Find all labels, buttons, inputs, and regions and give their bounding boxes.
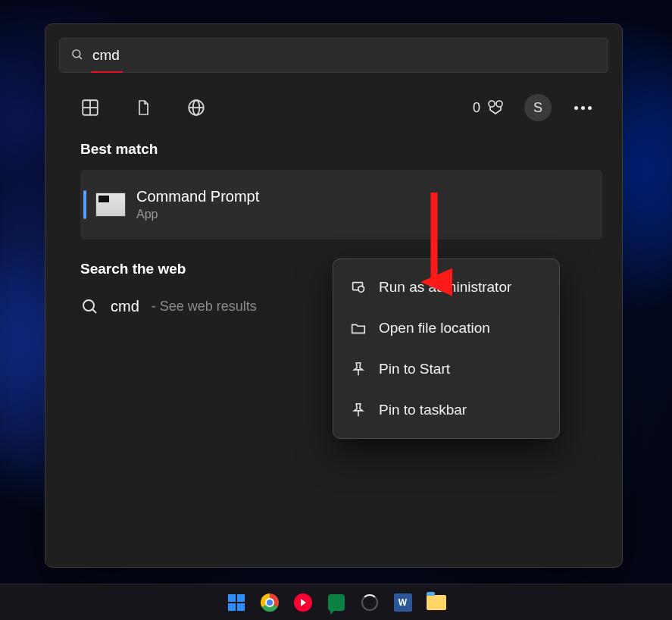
taskbar-chrome[interactable] [258, 591, 281, 614]
web-filter-icon[interactable] [186, 98, 206, 117]
search-icon [70, 48, 83, 64]
ctx-pin-to-start[interactable]: Pin to Start [333, 349, 559, 390]
selection-accent [83, 190, 86, 219]
web-result-query: cmd [111, 298, 139, 315]
rewards-icon [486, 99, 505, 117]
svg-line-11 [93, 310, 97, 314]
windows-logo-icon [228, 594, 245, 611]
svg-point-0 [73, 49, 80, 57]
result-title: Command Prompt [136, 188, 259, 205]
taskbar-youtube-music[interactable] [292, 591, 314, 614]
points-value: 0 [473, 100, 480, 116]
taskbar-loading-app[interactable] [358, 591, 381, 614]
search-icon [80, 297, 98, 315]
search-input[interactable] [92, 47, 597, 64]
start-search-panel: 0 S Best match Command Prompt App Search… [45, 23, 623, 568]
folder-icon [427, 595, 446, 610]
svg-point-9 [496, 101, 502, 107]
web-result-hint: - See web results [152, 299, 257, 315]
cmd-icon [95, 193, 126, 217]
taskbar: W [0, 584, 672, 620]
ctx-label: Run as administrator [379, 279, 511, 296]
taskbar-word[interactable]: W [392, 591, 414, 614]
folder-icon [350, 320, 367, 337]
taskbar-file-explorer[interactable] [425, 591, 448, 614]
rewards-points[interactable]: 0 [473, 99, 505, 117]
ctx-run-as-admin[interactable]: Run as administrator [333, 267, 559, 308]
chrome-icon [261, 593, 279, 612]
svg-point-10 [83, 300, 94, 311]
search-bar[interactable] [59, 38, 608, 73]
result-subtitle: App [136, 208, 259, 221]
user-avatar[interactable]: S [524, 94, 552, 121]
svg-line-1 [80, 56, 82, 58]
youtube-music-icon [294, 593, 312, 612]
taskbar-google-chat[interactable] [325, 591, 348, 614]
ctx-label: Pin to taskbar [379, 402, 467, 418]
pin-icon [350, 361, 367, 377]
best-match-heading: Best match [80, 141, 608, 158]
word-icon: W [394, 593, 412, 612]
ctx-label: Pin to Start [379, 361, 450, 377]
result-command-prompt[interactable]: Command Prompt App [80, 170, 602, 240]
chat-icon [328, 594, 345, 611]
spinner-icon [361, 594, 378, 611]
apps-filter-icon[interactable] [80, 98, 100, 117]
documents-filter-icon[interactable] [133, 98, 153, 117]
admin-shield-icon [350, 279, 367, 296]
avatar-initial: S [533, 100, 542, 116]
toolbar: 0 S [59, 73, 608, 139]
pin-icon [350, 402, 367, 418]
ctx-pin-to-taskbar[interactable]: Pin to taskbar [333, 390, 559, 431]
context-menu: Run as administrator Open file location … [333, 258, 560, 439]
more-options-icon[interactable] [571, 103, 595, 113]
ctx-label: Open file location [379, 320, 490, 337]
start-button[interactable] [225, 591, 248, 614]
svg-point-8 [489, 101, 495, 107]
ctx-open-file-location[interactable]: Open file location [333, 308, 559, 349]
